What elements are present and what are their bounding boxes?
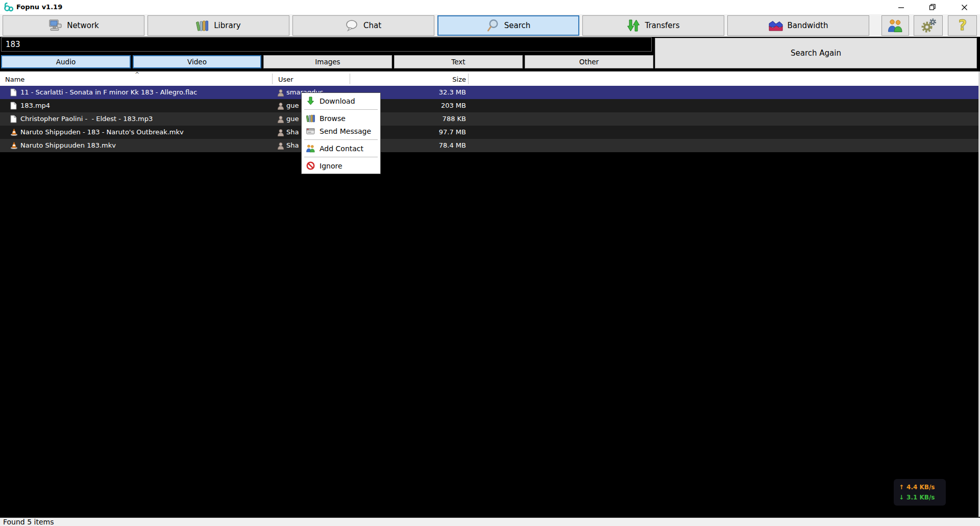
header-separator bbox=[350, 74, 350, 84]
tab-network-label: Network bbox=[67, 21, 99, 30]
minimize-button[interactable] bbox=[885, 0, 917, 14]
document-file-icon bbox=[10, 88, 17, 99]
result-name: 11 - Scarlatti - Sonata in F minor Kk 18… bbox=[20, 88, 197, 96]
results-header: Name ^ User Size bbox=[0, 70, 980, 86]
column-header-size[interactable]: Size bbox=[353, 76, 468, 83]
close-button[interactable] bbox=[948, 0, 980, 14]
tab-transfers-label: Transfers bbox=[645, 21, 679, 30]
download-speed: 3.1 KB/s bbox=[906, 492, 935, 503]
result-row[interactable]: Naruto Shippuden - 183 - Naruto's Outbre… bbox=[0, 126, 980, 139]
sort-ascending-icon: ^ bbox=[135, 71, 139, 78]
category-tab-text[interactable]: Text bbox=[394, 55, 523, 68]
menu-separator bbox=[304, 157, 378, 157]
window-controls bbox=[885, 0, 980, 14]
browse-icon bbox=[305, 114, 315, 123]
fopnu-logo-icon bbox=[4, 3, 13, 12]
result-user: Sha bbox=[286, 141, 299, 149]
category-tab-other[interactable]: Other bbox=[525, 55, 653, 68]
column-header-name[interactable]: Name bbox=[5, 76, 24, 83]
category-tab-video[interactable]: Video bbox=[133, 55, 261, 68]
menu-item-browse[interactable]: Browse bbox=[302, 112, 380, 125]
result-row[interactable]: 183.mp4 gue 203 MB bbox=[0, 99, 980, 112]
speed-overlay: ↑ 4.4 KB/s ↓ 3.1 KB/s bbox=[894, 479, 946, 506]
category-video-label: Video bbox=[187, 58, 207, 66]
library-icon bbox=[196, 19, 209, 32]
result-user: gue bbox=[286, 102, 299, 109]
category-other-label: Other bbox=[579, 58, 599, 66]
menu-separator bbox=[304, 109, 378, 110]
category-tab-images[interactable]: Images bbox=[263, 55, 392, 68]
status-bar: Found 5 items bbox=[0, 517, 980, 526]
result-user: Sha bbox=[286, 128, 299, 136]
user-icon bbox=[278, 142, 284, 152]
result-row[interactable]: Naruto Shippuuden 183.mkv Sha 78.4 MB bbox=[0, 139, 980, 152]
document-file-icon bbox=[10, 102, 17, 112]
column-header-user[interactable]: User bbox=[278, 76, 293, 83]
search-again-label: Search Again bbox=[791, 49, 841, 58]
menu-item-download[interactable]: Download bbox=[302, 94, 380, 107]
menu-separator bbox=[304, 139, 378, 140]
network-icon bbox=[48, 19, 62, 32]
tab-chat-label: Chat bbox=[363, 21, 381, 30]
context-menu: Download Browse bbox=[301, 92, 381, 174]
user-icon bbox=[278, 89, 284, 99]
menu-item-send-message[interactable]: Send Message bbox=[302, 125, 380, 137]
tab-library[interactable]: Library bbox=[148, 15, 289, 36]
result-name: Naruto Shippuuden 183.mkv bbox=[20, 141, 116, 149]
help-icon: ? bbox=[957, 17, 969, 34]
tab-transfers[interactable]: Transfers bbox=[582, 15, 724, 36]
menu-item-label: Add Contact bbox=[320, 145, 363, 153]
search-again-button[interactable]: Search Again bbox=[655, 38, 977, 68]
results-list: 11 - Scarlatti - Sonata in F minor Kk 18… bbox=[0, 86, 980, 517]
menu-item-ignore[interactable]: Ignore bbox=[302, 159, 380, 172]
menu-item-label: Send Message bbox=[320, 127, 371, 135]
result-name: Naruto Shippuden - 183 - Naruto's Outbre… bbox=[20, 128, 184, 136]
header-separator bbox=[272, 74, 273, 84]
search-icon bbox=[486, 19, 500, 32]
transfers-icon bbox=[627, 19, 640, 32]
help-button[interactable]: ? bbox=[948, 15, 977, 36]
app-window: Fopnu v1.19 bbox=[0, 0, 980, 526]
close-icon bbox=[961, 4, 968, 11]
category-text-label: Text bbox=[451, 58, 465, 66]
window-title: Fopnu v1.19 bbox=[16, 3, 62, 11]
ignore-icon bbox=[305, 161, 315, 170]
settings-gears-icon bbox=[920, 18, 937, 33]
tab-bandwidth-label: Bandwidth bbox=[788, 21, 828, 30]
tab-chat[interactable]: Chat bbox=[292, 15, 434, 36]
category-audio-label: Audio bbox=[56, 58, 76, 66]
main-toolbar: Network Library Chat Search bbox=[0, 14, 980, 37]
chat-icon bbox=[346, 19, 359, 32]
download-arrow-icon: ↓ bbox=[899, 492, 904, 503]
tab-network[interactable]: Network bbox=[3, 15, 144, 36]
contacts-button[interactable] bbox=[881, 15, 909, 36]
contacts-icon bbox=[887, 18, 903, 33]
menu-item-add-contact[interactable]: Add Contact bbox=[302, 142, 380, 155]
status-text: Found 5 items bbox=[3, 518, 54, 526]
search-input[interactable] bbox=[1, 37, 652, 52]
title-bar: Fopnu v1.19 bbox=[0, 0, 980, 14]
result-name: 183.mp4 bbox=[20, 102, 50, 109]
tab-search[interactable]: Search bbox=[437, 15, 579, 36]
result-row[interactable]: Christopher Paolini - - Eldest - 183.mp3… bbox=[0, 112, 980, 126]
maximize-button[interactable] bbox=[917, 0, 948, 14]
user-icon bbox=[278, 115, 284, 125]
vlc-cone-file-icon bbox=[10, 141, 18, 151]
category-tab-audio[interactable]: Audio bbox=[1, 55, 131, 68]
tab-search-label: Search bbox=[504, 21, 531, 30]
user-icon bbox=[278, 102, 284, 112]
document-file-icon bbox=[10, 115, 17, 125]
add-contact-icon bbox=[305, 144, 315, 153]
result-name: Christopher Paolini - - Eldest - 183.mp3 bbox=[20, 115, 153, 123]
send-message-icon bbox=[305, 128, 315, 135]
upload-arrow-icon: ↑ bbox=[899, 482, 904, 492]
svg-text:?: ? bbox=[958, 17, 966, 34]
result-row[interactable]: 11 - Scarlatti - Sonata in F minor Kk 18… bbox=[0, 86, 980, 99]
vlc-cone-file-icon bbox=[10, 128, 18, 138]
restore-icon bbox=[929, 4, 936, 11]
download-icon bbox=[305, 97, 315, 105]
menu-item-label: Download bbox=[320, 97, 355, 105]
settings-button[interactable] bbox=[914, 15, 943, 36]
category-images-label: Images bbox=[315, 58, 340, 66]
tab-bandwidth[interactable]: Bandwidth bbox=[727, 15, 869, 36]
